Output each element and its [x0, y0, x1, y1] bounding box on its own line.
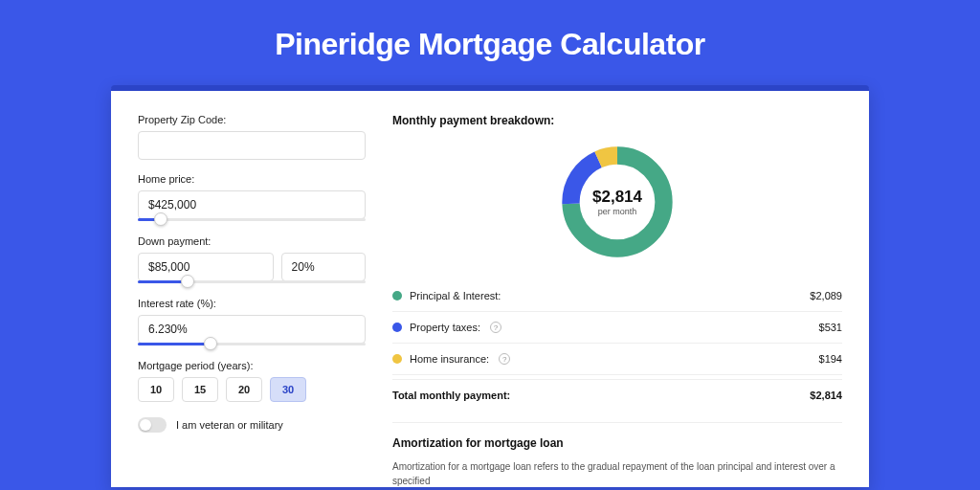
- legend-label: Property taxes:: [410, 322, 480, 333]
- inputs-panel: Property Zip Code: Home price: Down paym…: [138, 114, 366, 488]
- down-payment-label: Down payment:: [138, 235, 366, 247]
- help-icon[interactable]: ?: [490, 322, 501, 333]
- dot-icon: [392, 323, 402, 332]
- interest-input[interactable]: [138, 315, 366, 344]
- zip-input[interactable]: [138, 131, 366, 160]
- amortization-section: Amortization for mortgage loan Amortizat…: [392, 422, 842, 488]
- period-field-group: Mortgage period (years): 10 15 20 30: [138, 360, 366, 402]
- interest-label: Interest rate (%):: [138, 298, 366, 309]
- legend-principal: Principal & Interest: $2,089: [392, 280, 842, 312]
- help-icon[interactable]: ?: [499, 353, 510, 365]
- page-title: Pineridge Mortgage Calculator: [0, 27, 980, 62]
- period-option-15[interactable]: 15: [182, 377, 218, 402]
- period-option-30[interactable]: 30: [270, 377, 306, 402]
- donut-amount: $2,814: [592, 188, 642, 207]
- calculator-card: Property Zip Code: Home price: Down paym…: [111, 85, 869, 487]
- veteran-row: I am veteran or military: [138, 417, 366, 433]
- period-option-10[interactable]: 10: [138, 377, 174, 402]
- legend-label: Principal & Interest:: [410, 290, 501, 301]
- payment-donut-chart: $2,814 per month: [556, 141, 679, 263]
- veteran-toggle[interactable]: [138, 417, 167, 433]
- legend-value: $194: [819, 353, 842, 365]
- home-price-slider[interactable]: [138, 219, 366, 222]
- total-value: $2,814: [810, 390, 842, 401]
- home-price-label: Home price:: [138, 173, 366, 185]
- legend-label: Home insurance:: [410, 353, 489, 365]
- interest-field-group: Interest rate (%):: [138, 298, 366, 346]
- legend-taxes: Property taxes: ? $531: [392, 312, 842, 344]
- total-row: Total monthly payment: $2,814: [392, 379, 842, 414]
- legend-value: $531: [819, 322, 842, 333]
- veteran-label: I am veteran or military: [176, 419, 283, 431]
- period-label: Mortgage period (years):: [138, 360, 366, 371]
- home-price-field-group: Home price:: [138, 173, 366, 222]
- donut-sub: per month: [598, 207, 637, 216]
- dot-icon: [392, 291, 402, 301]
- period-option-20[interactable]: 20: [226, 377, 262, 402]
- breakdown-panel: Monthly payment breakdown: $2,814 per mo…: [392, 114, 842, 488]
- interest-slider[interactable]: [138, 344, 366, 346]
- home-price-input[interactable]: [138, 190, 366, 219]
- down-payment-field-group: Down payment:: [138, 235, 366, 284]
- breakdown-title: Monthly payment breakdown:: [392, 114, 842, 127]
- total-label: Total monthly payment:: [392, 390, 510, 401]
- down-payment-slider[interactable]: [138, 281, 366, 284]
- legend-insurance: Home insurance: ? $194: [392, 344, 842, 375]
- period-options: 10 15 20 30: [138, 377, 366, 402]
- amortization-body: Amortization for a mortgage loan refers …: [392, 459, 842, 488]
- zip-field-group: Property Zip Code:: [138, 114, 366, 160]
- down-payment-pct-input[interactable]: [281, 253, 366, 281]
- amortization-title: Amortization for mortgage loan: [392, 436, 842, 450]
- legend-value: $2,089: [810, 290, 842, 301]
- zip-label: Property Zip Code:: [138, 114, 366, 125]
- down-payment-input[interactable]: [138, 253, 274, 281]
- dot-icon: [392, 354, 402, 364]
